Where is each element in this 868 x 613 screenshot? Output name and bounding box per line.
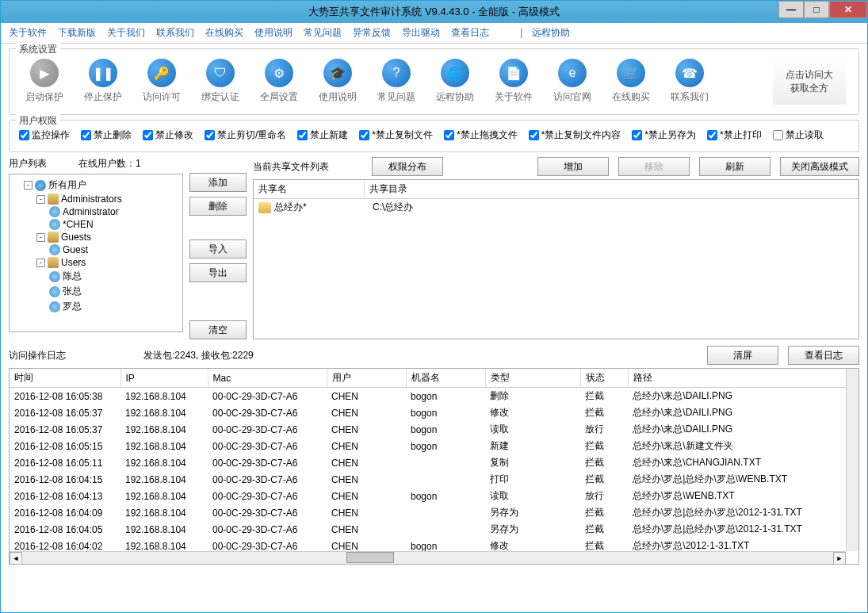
log-row[interactable]: 2016-12-08 16:05:37192.168.8.10400-0C-29… (10, 421, 858, 438)
menu-item[interactable]: 异常反馈 (353, 27, 391, 38)
perm-checkbox[interactable]: 禁止读取 (773, 128, 824, 142)
remove-share-button[interactable]: 移除 (618, 157, 690, 176)
perm-checkbox[interactable]: *禁止打印 (707, 128, 762, 142)
tree-expander-icon[interactable]: - (36, 233, 45, 242)
checkbox-input[interactable] (444, 130, 454, 140)
user-action-button[interactable]: 删除 (189, 197, 247, 216)
tree-expander-icon[interactable]: - (36, 259, 45, 267)
log-row[interactable]: 2016-12-08 16:05:11192.168.8.10400-0C-29… (10, 454, 858, 471)
toolbar-button[interactable]: 🛒在线购买 (609, 59, 653, 104)
log-column-header[interactable]: 状态 (580, 369, 628, 388)
menu-item[interactable]: 使用说明 (254, 27, 293, 38)
log-row[interactable]: 2016-12-08 16:05:15192.168.8.10400-0C-29… (10, 438, 858, 454)
close-advanced-button[interactable]: 关闭高级模式 (780, 157, 859, 176)
log-column-header[interactable]: 时间 (10, 369, 120, 388)
checkbox-input[interactable] (707, 130, 717, 140)
perm-distribution-button[interactable]: 权限分布 (372, 157, 443, 176)
toolbar-button[interactable]: 🌐远程协助 (433, 59, 477, 104)
checkbox-input[interactable] (359, 130, 369, 140)
checkbox-input[interactable] (632, 130, 642, 140)
toolbar-button[interactable]: 🎓使用说明 (315, 59, 360, 104)
tree-node[interactable]: -Administrators (36, 193, 179, 205)
user-tree[interactable]: -所有用户-AdministratorsAdministrator*CHEN-G… (9, 174, 183, 332)
menu-item[interactable]: 常见问题 (304, 27, 342, 38)
menu-item[interactable]: 关于软件 (9, 27, 47, 38)
log-row[interactable]: 2016-12-08 16:05:38192.168.8.10400-0C-29… (10, 388, 858, 405)
clear-screen-button[interactable]: 清屏 (707, 346, 778, 365)
scroll-left-icon[interactable]: ◄ (10, 552, 22, 565)
perm-checkbox[interactable]: 禁止新建 (297, 128, 348, 142)
perm-checkbox[interactable]: 禁止删除 (81, 128, 132, 142)
menu-item[interactable]: 下载新版 (58, 27, 96, 38)
view-log-button[interactable]: 查看日志 (788, 346, 859, 365)
perm-checkbox[interactable]: 监控操作 (19, 128, 70, 142)
perm-checkbox[interactable]: *禁止复制文件 (359, 128, 433, 142)
log-row[interactable]: 2016-12-08 16:04:13192.168.8.10400-0C-29… (10, 488, 858, 504)
tree-node[interactable]: Administrator (49, 205, 179, 218)
scroll-right-icon[interactable]: ► (833, 552, 846, 565)
user-action-button[interactable]: 导出 (189, 263, 247, 282)
toolbar-button[interactable]: ⚙全局设置 (257, 59, 301, 104)
log-row[interactable]: 2016-12-08 16:04:15192.168.8.10400-0C-29… (10, 471, 858, 488)
menu-item[interactable]: 关于我们 (107, 27, 145, 38)
toolbar-button[interactable]: e访问官网 (550, 59, 595, 104)
tree-node[interactable]: 张总 (49, 284, 179, 299)
tree-node[interactable]: -Guests (36, 231, 179, 243)
log-column-header[interactable]: 类型 (485, 369, 580, 388)
perm-checkbox[interactable]: 禁止剪切/重命名 (205, 128, 286, 142)
checkbox-input[interactable] (297, 130, 308, 140)
share-file-list[interactable]: 共享名 共享目录 总经办*C:\总经办 (253, 179, 859, 339)
close-button[interactable]: ✕ (829, 1, 867, 18)
toolbar-button[interactable]: ▶启动保护 (22, 59, 67, 104)
menu-item[interactable]: 在线购买 (205, 27, 243, 38)
scroll-thumb[interactable] (346, 552, 394, 563)
user-action-button[interactable]: 导入 (189, 239, 247, 259)
user-action-button[interactable]: 添加 (189, 173, 247, 192)
checkbox-input[interactable] (773, 130, 783, 140)
menu-item[interactable]: 导出驱动 (402, 27, 440, 38)
menu-remote-assist[interactable]: 远程协助 (532, 27, 570, 38)
promo-banner[interactable]: 点击访问大获取全方 (773, 59, 846, 105)
log-column-header[interactable]: Mac (208, 369, 327, 388)
minimize-button[interactable]: — (778, 1, 804, 18)
tree-node[interactable]: -Users (36, 256, 179, 269)
checkbox-input[interactable] (143, 130, 153, 140)
tree-expander-icon[interactable]: - (24, 181, 33, 190)
tree-node[interactable]: Guest (49, 243, 179, 256)
log-row[interactable]: 2016-12-08 16:04:05192.168.8.10400-0C-29… (10, 521, 858, 538)
horizontal-scrollbar[interactable]: ◄ ► (10, 551, 846, 564)
log-table[interactable]: 时间IPMac用户机器名类型状态路径 2016-12-08 16:05:3819… (9, 368, 859, 565)
tree-node[interactable]: -所有用户 (24, 178, 179, 193)
log-column-header[interactable]: 机器名 (406, 369, 485, 388)
toolbar-button[interactable]: 🔑访问许可 (140, 59, 184, 104)
user-action-button[interactable]: 清空 (189, 320, 247, 339)
perm-checkbox[interactable]: *禁止另存为 (632, 128, 696, 142)
toolbar-button[interactable]: 📄关于软件 (491, 59, 536, 104)
log-row[interactable]: 2016-12-08 16:05:37192.168.8.10400-0C-29… (10, 404, 858, 421)
log-column-header[interactable]: 用户 (327, 369, 406, 388)
perm-checkbox[interactable]: *禁止复制文件内容 (529, 128, 621, 142)
perm-checkbox[interactable]: *禁止拖拽文件 (444, 128, 518, 142)
refresh-button[interactable]: 刷新 (699, 157, 770, 176)
add-share-button[interactable]: 增加 (537, 157, 609, 176)
tree-node[interactable]: 罗总 (49, 299, 179, 314)
share-row[interactable]: 总经办*C:\总经办 (254, 199, 858, 216)
toolbar-button[interactable]: ❚❚停止保护 (81, 59, 125, 104)
checkbox-input[interactable] (529, 130, 539, 140)
tree-node[interactable]: *CHEN (49, 218, 179, 231)
toolbar-button[interactable]: ?常见问题 (374, 59, 419, 104)
checkbox-input[interactable] (81, 130, 91, 140)
log-column-header[interactable]: IP (120, 369, 208, 388)
menu-item[interactable]: 联系我们 (156, 27, 194, 38)
checkbox-input[interactable] (19, 130, 29, 140)
checkbox-input[interactable] (205, 130, 215, 140)
menu-item[interactable]: 查看日志 (451, 27, 489, 38)
tree-node[interactable]: 陈总 (49, 269, 179, 284)
log-row[interactable]: 2016-12-08 16:04:09192.168.8.10400-0C-29… (10, 504, 858, 521)
perm-checkbox[interactable]: 禁止修改 (143, 128, 193, 142)
maximize-button[interactable]: □ (804, 1, 829, 18)
vertical-scrollbar[interactable] (846, 369, 858, 551)
log-column-header[interactable]: 路径 (628, 369, 858, 388)
toolbar-button[interactable]: ☎联系我们 (667, 59, 712, 104)
toolbar-button[interactable]: 🛡绑定认证 (198, 59, 243, 104)
